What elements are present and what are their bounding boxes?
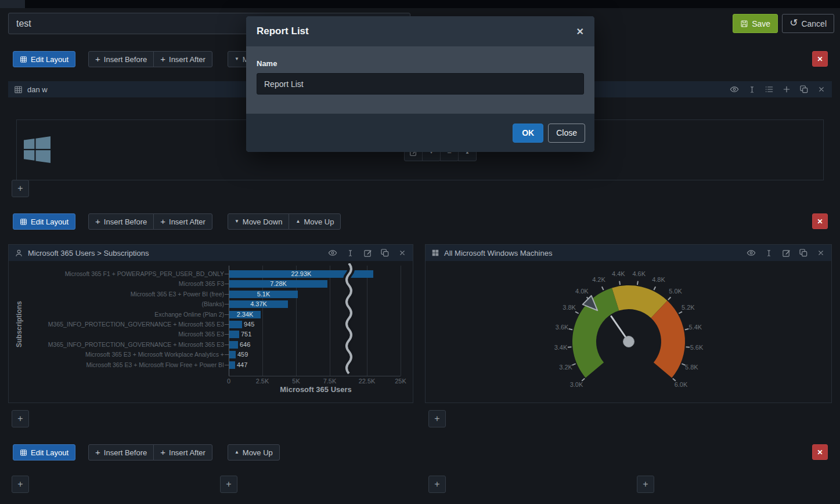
grid-icon (20, 56, 27, 63)
insert-group: + Insert Before + Insert After (88, 213, 212, 230)
rename-text-cursor-icon[interactable] (747, 85, 756, 94)
modal-footer: OK Close (246, 114, 594, 152)
bar-x-tick-label: 25K (388, 378, 413, 385)
bar-category-label: Microsoft 365 E3 + Power BI (free) (9, 291, 224, 298)
list-icon[interactable] (765, 85, 774, 94)
remove-section3-button[interactable]: ✕ (812, 444, 828, 460)
bar-category-label: M365_INFO_PROTECTION_GOVERNANCE + Micros… (9, 341, 224, 349)
bar-value-label: 751 (241, 331, 251, 338)
triangle-up-icon: ▲ (295, 219, 300, 224)
axis-break-squiggle (343, 263, 355, 379)
plus-icon: + (95, 448, 100, 456)
bar-category-tick (225, 354, 229, 355)
bar-category-label: Exchange Online (Plan 2) (9, 311, 224, 318)
rename-text-cursor-icon[interactable] (345, 248, 355, 258)
bar-value-label: 4.37K (229, 300, 288, 308)
gauge-panel: All Microsoft Windows Machines 3.0K3.2K3… (425, 244, 832, 403)
danw-panel-title: dan w (27, 85, 48, 94)
modal-body: Name (246, 46, 594, 114)
edit-layout-button[interactable]: Edit Layout (13, 444, 75, 461)
insert-before-button[interactable]: + Insert Before (88, 444, 154, 461)
gauge-tick (685, 329, 688, 329)
close-button[interactable]: Close (548, 124, 585, 143)
edit-pencil-icon[interactable] (363, 248, 372, 258)
add-widget-button[interactable]: + (220, 476, 237, 493)
remove-section2-button[interactable]: ✕ (812, 213, 828, 229)
add-widget-button[interactable]: + (428, 476, 446, 493)
add-widget-button[interactable]: + (12, 180, 29, 197)
top-strip-tab (0, 0, 25, 8)
move-up-button[interactable]: ▲ Move Up (289, 213, 341, 230)
plus-icon: + (160, 448, 165, 456)
bar-category-tick (225, 324, 229, 325)
bar-panel-content: Subscriptions 02.5K5K7.5K22.5K25KMicroso… (9, 261, 413, 403)
bar-category-label: Microsoft 365 E3 + Microsoft Flow Free +… (9, 361, 224, 369)
bar-category-tick (225, 284, 229, 284)
insert-group: + Insert Before + Insert After (88, 444, 212, 461)
move-down-label: Move Down (243, 217, 283, 226)
gauge-tick (575, 311, 579, 313)
bar-x-axis-line (229, 376, 401, 376)
bar-category-label: Microsoft 365 F1 + POWERAPPS_PER_USER_BD… (9, 270, 224, 278)
bar-header-icons (328, 248, 407, 258)
gauge-tick-label: 4.4K (612, 270, 625, 277)
bar-value-label: 2.34K (229, 311, 261, 318)
close-icon[interactable] (398, 248, 407, 258)
copy-icon[interactable] (799, 248, 808, 258)
edit-pencil-icon[interactable] (781, 248, 791, 258)
insert-after-button[interactable]: + Insert After (153, 444, 212, 461)
add-widget-button[interactable]: + (428, 410, 446, 427)
gauge-tick (686, 347, 690, 347)
section3-toolbar: Edit Layout + Insert Before + Insert Aft… (13, 444, 280, 461)
copy-icon[interactable] (799, 85, 809, 94)
bar (229, 331, 239, 338)
gauge-tick-label: 3.4K (554, 344, 568, 351)
edit-layout-button[interactable]: Edit Layout (13, 51, 75, 67)
gauge-tick-label: 3.6K (556, 324, 569, 331)
close-icon[interactable] (816, 248, 825, 258)
gauge-svg: 3.0K3.2K3.4K3.6K3.8K4.0K4.2K4.4K4.6K4.8K… (426, 261, 832, 404)
ok-button[interactable]: OK (513, 124, 543, 143)
insert-before-label: Insert Before (104, 55, 147, 64)
save-label: Save (752, 19, 770, 28)
save-button[interactable]: Save (733, 14, 778, 33)
move-down-button[interactable]: ▼ Move Down (228, 213, 290, 230)
modal-title: Report List (257, 26, 309, 37)
add-widget-button[interactable]: + (637, 476, 654, 493)
insert-after-button[interactable]: + Insert After (153, 213, 212, 230)
gauge-tick-label: 5.0K (669, 288, 682, 295)
report-list-name-input[interactable] (257, 73, 584, 95)
close-icon[interactable] (817, 85, 826, 94)
insert-before-label: Insert Before (104, 217, 147, 226)
insert-before-label: Insert Before (104, 448, 147, 457)
modal-close-x-icon[interactable]: ✕ (576, 26, 584, 37)
preview-eye-icon[interactable] (747, 248, 756, 258)
report-list-modal: Report List ✕ Name OK Close (246, 16, 594, 152)
preview-eye-icon[interactable] (328, 248, 337, 258)
copy-icon[interactable] (380, 248, 390, 258)
gauge-tick-label: 6.0K (675, 381, 688, 388)
bar-x-tick-label: 0 (216, 378, 241, 385)
triangle-down-icon: ▼ (235, 219, 239, 224)
remove-section1-button[interactable]: ✕ (812, 51, 828, 67)
insert-before-button[interactable]: + Insert Before (88, 213, 154, 230)
edit-layout-button[interactable]: Edit Layout (13, 213, 75, 230)
bar-category-tick (225, 304, 229, 304)
cancel-button[interactable]: ↺ Cancel (782, 14, 834, 33)
gauge-tick-label: 5.2K (682, 304, 695, 311)
windows-icon (431, 249, 439, 257)
preview-eye-icon[interactable] (730, 85, 739, 94)
undo-icon: ↺ (789, 18, 798, 28)
insert-after-label: Insert After (169, 55, 206, 64)
rename-text-cursor-icon[interactable] (764, 248, 773, 258)
add-widget-button[interactable]: + (12, 476, 29, 493)
insert-after-button[interactable]: + Insert After (153, 51, 212, 67)
move-up-button[interactable]: ▲ Move Up (228, 444, 280, 461)
add-plus-icon[interactable] (782, 85, 791, 94)
bar-value-label: 945 (244, 321, 254, 328)
gauge-tick-label: 5.6K (690, 344, 704, 351)
insert-before-button[interactable]: + Insert Before (88, 51, 154, 67)
add-widget-button[interactable]: + (12, 410, 29, 427)
bar-category-label: (Blanks) (9, 300, 224, 308)
plus-icon: + (160, 217, 165, 226)
